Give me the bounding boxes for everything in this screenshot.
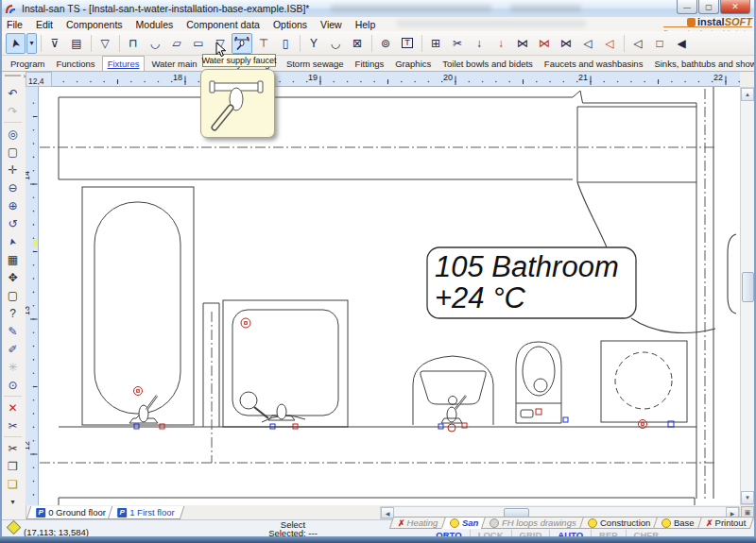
- pipe-point-button[interactable]: ⊞: [425, 33, 446, 54]
- tab-storm-sewage[interactable]: Storm sewage: [282, 57, 349, 71]
- preview-button[interactable]: ▦: [3, 250, 23, 268]
- check-valve-2-button[interactable]: ◁: [599, 33, 620, 54]
- floor-tab-first[interactable]: P 1 First floor: [107, 506, 183, 519]
- marker-pen-button[interactable]: ✐: [3, 340, 23, 358]
- tab-functions[interactable]: Functions: [51, 57, 99, 71]
- menu-component-data[interactable]: Component data: [180, 19, 266, 30]
- snap-point-button[interactable]: ✳: [3, 358, 23, 376]
- valve-2-button[interactable]: ⋈: [534, 33, 555, 54]
- select-area-icon: ▢: [8, 290, 18, 301]
- shower[interactable]: [223, 300, 348, 429]
- zoom-area-button[interactable]: ▢: [3, 143, 23, 161]
- riser-tool-button[interactable]: ▯: [275, 33, 296, 54]
- find-button[interactable]: ⊙: [3, 376, 23, 394]
- zoom-pointer-button[interactable]: ➤: [3, 232, 23, 250]
- zoom-previous-button[interactable]: ↺: [3, 214, 23, 232]
- preview-icon: ▦: [8, 254, 18, 265]
- layer-tab-fh-loops[interactable]: FH loops drawings: [481, 517, 585, 529]
- zoom-new-button[interactable]: ✛: [3, 161, 23, 178]
- close-button[interactable]: ✕: [720, 0, 750, 14]
- toilet[interactable]: [516, 342, 568, 423]
- paste-button[interactable]: ❏: [3, 475, 23, 493]
- copy-button[interactable]: ❐: [3, 457, 23, 475]
- menu-help[interactable]: Help: [349, 19, 383, 30]
- draw-pen-button[interactable]: ✎: [3, 322, 23, 340]
- insert-figure-button[interactable]: ▤: [66, 33, 87, 54]
- layer-tab-san[interactable]: San: [440, 517, 487, 529]
- zoom-in-button[interactable]: ⊕: [3, 196, 23, 214]
- water-supply-faucet-button[interactable]: [232, 33, 252, 54]
- maximize-button[interactable]: ▢: [698, 0, 719, 14]
- mouse-cursor: [215, 42, 227, 58]
- tab-program[interactable]: Program: [6, 57, 49, 71]
- tab-faucets-washbasins[interactable]: Faucets and washbasins: [540, 57, 648, 71]
- redo-button[interactable]: ↷: [3, 102, 23, 120]
- device-box-button[interactable]: □: [649, 33, 670, 54]
- pan-button[interactable]: ✥: [3, 268, 23, 286]
- break-pipe-button[interactable]: ✂: [3, 416, 23, 434]
- urinal-tool-button[interactable]: ▽: [94, 33, 115, 54]
- floor-tab-ground[interactable]: P 0 Ground floor: [26, 506, 115, 519]
- layer-tab-heating[interactable]: ✗Heating: [389, 517, 447, 529]
- select-tool-button[interactable]: ➤: [6, 33, 26, 54]
- minimize-button[interactable]: —: [677, 0, 697, 14]
- washing-machine[interactable]: [601, 341, 687, 429]
- menu-options[interactable]: Options: [266, 19, 314, 30]
- menu-edit[interactable]: Edit: [29, 19, 60, 30]
- pump-button[interactable]: ◀: [671, 33, 692, 54]
- tab-fixtures[interactable]: Fixtures: [102, 56, 146, 71]
- oval-basin-button[interactable]: ◡: [145, 33, 165, 54]
- bathtub[interactable]: [82, 187, 194, 429]
- valve-button[interactable]: ⋈: [512, 33, 533, 54]
- more-tools-button[interactable]: ▾: [3, 493, 23, 511]
- zoom-out-button[interactable]: ⊖: [3, 178, 23, 196]
- vertical-scroll-thumb[interactable]: [742, 272, 754, 302]
- menu-file[interactable]: File: [0, 19, 29, 30]
- delete-button[interactable]: ✕: [3, 399, 23, 416]
- flow-down-red-button[interactable]: ↓: [490, 33, 511, 54]
- room-label[interactable]: 105 Bathroom +24 °C: [427, 247, 636, 318]
- undo-button[interactable]: ↶: [3, 84, 23, 102]
- tab-water-main[interactable]: Water main: [146, 57, 201, 71]
- double-valve-button[interactable]: ⋈: [556, 33, 576, 54]
- cut-button[interactable]: ✂: [3, 439, 23, 457]
- scroll-up-button[interactable]: ▲: [741, 88, 754, 101]
- tab-toilet-bowls[interactable]: Toilet bowls and bidets: [438, 57, 538, 71]
- flow-down-button[interactable]: ↓: [469, 33, 490, 54]
- layer-tab-construction[interactable]: Construction: [579, 517, 660, 529]
- bidet-tool-button[interactable]: ◡: [325, 33, 346, 54]
- vertical-scrollbar[interactable]: ▲ ▼: [740, 87, 755, 505]
- ruler-top[interactable]: 1819202122: [52, 72, 740, 87]
- draw-off-faucet-button[interactable]: ⊤: [253, 33, 274, 54]
- special-fixture-button[interactable]: ⊠: [347, 33, 368, 54]
- valve-icon: ⋈: [517, 38, 528, 49]
- washbasin-tool-button[interactable]: ⊽: [44, 33, 65, 54]
- menu-modules[interactable]: Modules: [129, 19, 180, 30]
- circle-component-button[interactable]: ⊚: [375, 33, 396, 54]
- text-label-button[interactable]: T: [397, 33, 418, 54]
- scroll-down-button[interactable]: ▼: [741, 491, 754, 504]
- select-info-button[interactable]: ?: [3, 304, 23, 322]
- select-dropdown-button[interactable]: ▾: [26, 33, 37, 54]
- drawing-canvas[interactable]: 105 Bathroom +24 °C: [39, 87, 740, 505]
- zoom-fit-button[interactable]: ◎: [3, 125, 23, 143]
- tab-graphics[interactable]: Graphics: [390, 57, 436, 71]
- tab-fittings[interactable]: Fittings: [351, 57, 389, 71]
- wall-washbasin-button[interactable]: ⊓: [123, 33, 144, 54]
- ruler-left[interactable]: 141312: [26, 87, 39, 505]
- tab-sinks-bathtubs[interactable]: Sinks, bathtubs and showers: [649, 57, 756, 71]
- trapezoid-basin-button[interactable]: ▱: [166, 33, 187, 54]
- washbasin[interactable]: [413, 356, 493, 432]
- shutoff-valve-button[interactable]: ◁: [627, 33, 648, 54]
- toilet-tool-button[interactable]: Y: [303, 33, 324, 54]
- check-valve-button[interactable]: ◁: [577, 33, 598, 54]
- layer-tab-base[interactable]: Base: [653, 517, 703, 529]
- layer-tab-printout[interactable]: ✗Printout: [697, 517, 755, 529]
- rect-basin-button[interactable]: ▭: [188, 33, 209, 54]
- menu-components[interactable]: Components: [60, 19, 129, 30]
- disconnect-button[interactable]: ✂: [447, 33, 468, 54]
- menu-view[interactable]: View: [314, 19, 349, 30]
- bulb-off-icon: [490, 518, 499, 528]
- toolbar-grip[interactable]: ✕: [5, 75, 21, 82]
- select-area-button[interactable]: ▢: [3, 286, 23, 304]
